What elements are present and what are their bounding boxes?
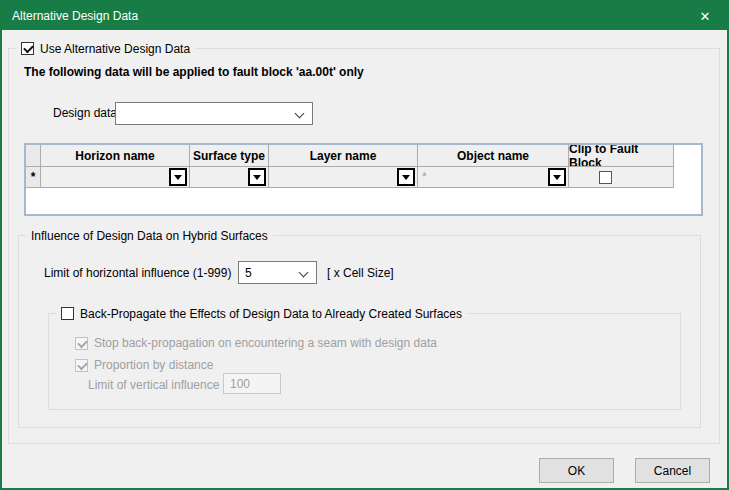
horizontal-influence-value: 5 (245, 266, 252, 280)
column-header-object-name[interactable]: Object name (418, 145, 569, 167)
cell-size-suffix: [ x Cell Size] (327, 266, 394, 280)
dropdown-arrow-icon (253, 175, 261, 180)
new-row-marker: * (26, 167, 41, 188)
grid-cell-surface-type[interactable] (190, 167, 269, 188)
grid-header-row: Horizon name Surface type Layer name Obj… (26, 145, 701, 167)
column-header-horizon-name[interactable]: Horizon name (41, 145, 190, 167)
window-title: Alternative Design Data (2, 9, 138, 23)
chevron-down-icon (299, 268, 309, 278)
alternative-design-data-dialog: Alternative Design Data ✕ Use Alternativ… (0, 0, 729, 490)
back-propagate-label: Back-Propagate the Effects of Design Dat… (80, 307, 462, 321)
column-header-clip-to-fault-block[interactable]: Clip to Fault Block (569, 145, 674, 167)
object-name-dropdown-button[interactable] (548, 168, 566, 186)
horizontal-influence-label: Limit of horizontal influence (1-999) (44, 266, 231, 280)
close-icon[interactable]: ✕ (683, 2, 727, 30)
horizontal-influence-combobox[interactable]: 5 (238, 261, 317, 284)
clip-to-fault-block-checkbox[interactable] (599, 171, 612, 184)
dropdown-arrow-icon (174, 175, 182, 180)
dropdown-arrow-icon (553, 175, 561, 180)
grid-cell-object-name[interactable]: * (418, 167, 569, 188)
chevron-down-icon (295, 109, 305, 119)
horizon-name-dropdown-button[interactable] (169, 168, 187, 186)
column-header-surface-type[interactable]: Surface type (190, 145, 269, 167)
use-alternative-caption: Use Alternative Design Data (16, 41, 195, 56)
design-database-combobox[interactable] (115, 102, 313, 125)
grid-cell-horizon-name[interactable] (41, 167, 190, 188)
grid-cell-layer-name[interactable] (269, 167, 418, 188)
cancel-button[interactable]: Cancel (635, 458, 710, 483)
design-data-grid: Horizon name Surface type Layer name Obj… (24, 143, 703, 216)
use-alternative-label: Use Alternative Design Data (40, 42, 190, 56)
grid-new-row: * * (26, 167, 701, 188)
ok-button[interactable]: OK (539, 458, 614, 483)
layer-name-dropdown-button[interactable] (397, 168, 415, 186)
proportion-by-distance-checkbox (75, 359, 88, 372)
influence-groupbox-title: Influence of Design Data on Hybrid Surfa… (26, 228, 273, 243)
stop-on-seam-checkbox (75, 337, 88, 350)
back-propagate-caption: Back-Propagate the Effects of Design Dat… (56, 306, 467, 321)
stop-on-seam-row: Stop back-propagation on encountering a … (75, 336, 437, 350)
grid-cell-clip-to-fault-block (569, 167, 674, 188)
surface-type-dropdown-button[interactable] (248, 168, 266, 186)
object-name-value: * (418, 170, 427, 184)
use-alternative-checkbox[interactable] (21, 42, 34, 55)
back-propagate-checkbox[interactable] (61, 307, 74, 320)
stop-on-seam-label: Stop back-propagation on encountering a … (94, 336, 437, 350)
grid-corner-cell (26, 145, 41, 167)
column-header-layer-name[interactable]: Layer name (269, 145, 418, 167)
proportion-by-distance-row: Proportion by distance (75, 358, 213, 372)
proportion-by-distance-label: Proportion by distance (94, 358, 213, 372)
titlebar[interactable]: Alternative Design Data ✕ (2, 2, 727, 30)
vertical-influence-input: 100 (223, 373, 281, 394)
vertical-influence-label: Limit of vertical influence (88, 378, 219, 392)
fault-block-message: The following data will be applied to fa… (24, 65, 364, 79)
dropdown-arrow-icon (402, 175, 410, 180)
